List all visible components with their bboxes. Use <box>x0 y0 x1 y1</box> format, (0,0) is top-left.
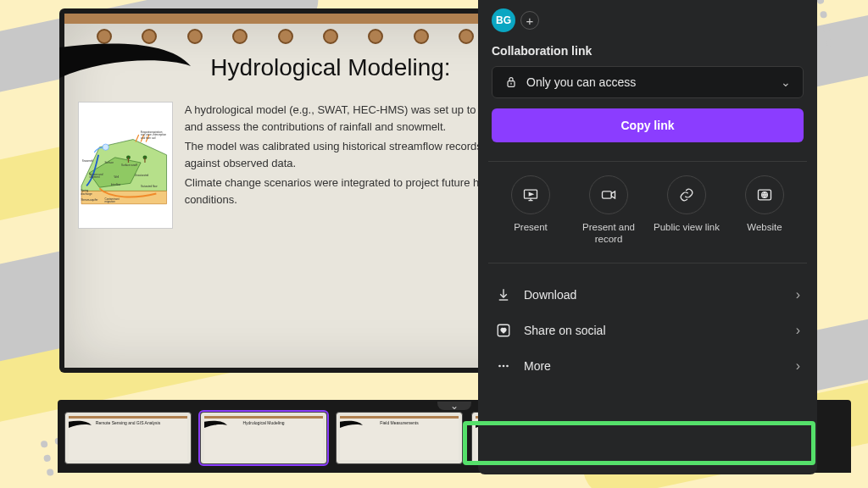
access-dropdown[interactable]: Only you can access ⌄ <box>492 66 804 98</box>
svg-rect-27 <box>603 191 612 198</box>
copy-link-button[interactable]: Copy link <box>492 108 804 142</box>
share-panel: BG + Collaboration link Only you can acc… <box>478 0 817 474</box>
swoosh-decoration <box>59 41 195 92</box>
public-view-option[interactable]: Public view link <box>653 175 721 246</box>
lock-icon <box>504 75 518 89</box>
chevron-right-icon: › <box>796 287 800 302</box>
share-social-item[interactable]: Share on social › <box>492 313 804 348</box>
chevron-down-icon: ⌄ <box>781 75 791 89</box>
more-item[interactable]: More › <box>492 348 804 384</box>
svg-text:migration: migration <box>104 200 115 203</box>
heart-icon <box>495 323 512 338</box>
chevron-right-icon: › <box>796 323 800 338</box>
collab-link-label: Collaboration link <box>492 44 804 58</box>
more-icon <box>495 358 512 374</box>
present-record-option[interactable]: Present and record <box>575 175 643 246</box>
svg-rect-5 <box>128 158 129 163</box>
website-option[interactable]: Website <box>731 175 798 246</box>
svg-text:Saturated flow: Saturated flow <box>141 185 158 188</box>
svg-point-3 <box>103 144 108 150</box>
svg-text:Surface runoff: Surface runoff <box>121 164 137 167</box>
svg-text:Interflow: Interflow <box>111 183 121 186</box>
video-icon <box>589 175 628 214</box>
svg-text:discharge: discharge <box>81 192 92 196</box>
svg-text:and from soil: and from soil <box>141 136 156 140</box>
thumbnail-2[interactable]: Hydrological Modeling <box>200 412 327 464</box>
avatar[interactable]: BG <box>492 8 515 32</box>
add-person-button[interactable]: + <box>520 11 539 30</box>
download-item[interactable]: Download › <box>492 277 804 313</box>
svg-text:Unsaturated: Unsaturated <box>135 174 149 177</box>
svg-point-33 <box>506 364 509 367</box>
download-icon <box>495 287 512 302</box>
hydrology-diagram: Evapotranspiration root zone, intercepti… <box>78 102 173 229</box>
thumbnail-1[interactable]: Remote Sensing and GIS Analysis <box>64 412 192 464</box>
svg-point-32 <box>503 364 505 367</box>
globe-icon <box>745 175 784 214</box>
svg-text:Surface: Surface <box>104 161 114 164</box>
svg-point-31 <box>498 364 501 367</box>
access-label: Only you can access <box>526 75 772 89</box>
present-icon <box>511 175 550 214</box>
svg-rect-7 <box>144 158 145 163</box>
svg-text:sediment: sediment <box>89 175 99 179</box>
chevron-right-icon: › <box>796 358 800 374</box>
svg-text:Stream-aquifer: Stream-aquifer <box>81 198 97 202</box>
svg-text:Well: Well <box>114 175 119 179</box>
thumbnail-3[interactable]: Field Measurements <box>336 412 463 464</box>
link-icon <box>667 175 706 214</box>
chevron-down-icon[interactable]: ⌄ <box>450 400 459 412</box>
present-option[interactable]: Present <box>497 175 565 246</box>
svg-text:Snowmelt: Snowmelt <box>82 159 93 163</box>
